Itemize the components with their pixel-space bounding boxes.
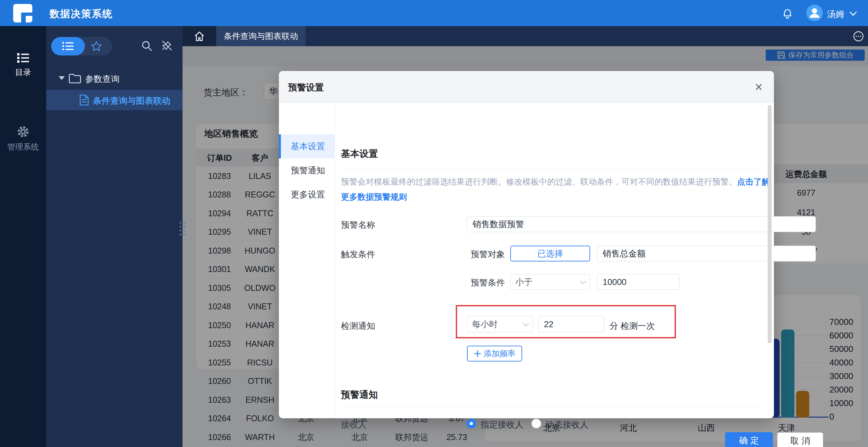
alert-description: 预警会对模板最终的过滤筛选结果进行判断。修改模板中的过滤、联动条件，可对不同的数… (341, 176, 770, 187)
alert-name-input[interactable] (467, 216, 816, 232)
notification-bell-icon[interactable] (781, 7, 794, 19)
dialog-body: 基本设置 预警会对模板最终的过滤筛选结果进行判断。修改模板中的过滤、联动条件，可… (335, 103, 774, 418)
view-toggle-list[interactable] (51, 37, 85, 56)
tab-more-icon[interactable] (853, 31, 864, 42)
add-frequency-button[interactable]: 添加频率 (467, 346, 522, 361)
folder-icon (69, 73, 81, 84)
app-title: 数据决策系统 (50, 7, 113, 21)
radio-fixed-receiver[interactable] (466, 419, 476, 428)
brand-logo-icon[interactable] (13, 4, 32, 23)
tree-item-template[interactable]: 条件查询与图表联动 (46, 90, 183, 110)
tab-bar: 条件查询与图表联动 (183, 26, 868, 46)
plus-icon (474, 350, 481, 357)
dialog-scrollbar[interactable] (768, 105, 772, 343)
dialog-title: 预警设置 (288, 82, 324, 93)
alert-settings-dialog: 预警设置 × 基本设置预警通知更多设置 基本设置 预警会对模板最终的过滤筛选结果… (279, 71, 774, 418)
unpin-icon[interactable] (161, 40, 173, 52)
chevron-down-icon (523, 320, 529, 326)
dialog-tabs: 基本设置预警通知更多设置 (279, 103, 335, 418)
frequency-minute-input[interactable] (538, 316, 604, 332)
user-name[interactable]: 汤姆 (827, 8, 844, 20)
tree-item-folder[interactable]: 参数查询 (46, 68, 183, 88)
tab-active[interactable]: 条件查询与图表联动 (216, 26, 306, 46)
radio-fixed-label[interactable]: 指定接收人 (480, 419, 523, 430)
favorites-star-icon[interactable] (91, 40, 102, 52)
close-icon[interactable]: × (751, 80, 766, 94)
learn-more-link[interactable]: 点击了解 (737, 177, 770, 186)
search-icon[interactable] (141, 40, 153, 52)
learn-more-link2[interactable]: 更多数据预警规则 (341, 192, 407, 201)
chevron-down-icon[interactable] (849, 10, 858, 17)
home-icon (194, 31, 205, 41)
dialog-tab-3[interactable]: 更多设置 (279, 183, 335, 207)
document-icon (79, 94, 89, 106)
rail-admin-label: 管理系统 (0, 142, 46, 152)
topbar: 数据决策系统 汤姆 (0, 0, 868, 26)
frequency-unit-select[interactable]: 每小时 (467, 316, 533, 332)
rail-catalog[interactable]: 目录 (0, 53, 46, 78)
radio-dynamic-receiver[interactable] (531, 419, 541, 428)
section-notify-title: 预警通知 (341, 389, 378, 401)
dialog-tab-2[interactable]: 预警通知 (279, 158, 335, 183)
tree-item-label: 参数查询 (85, 73, 120, 85)
dialog-tab-1[interactable]: 基本设置 (279, 135, 335, 158)
app-root: 数据决策系统 汤姆 (0, 0, 868, 447)
tab-home[interactable] (183, 26, 216, 46)
rail-admin[interactable]: 管理系统 (0, 125, 46, 152)
trigger-label: 触发条件 (341, 248, 375, 260)
cancel-button[interactable]: 取消 (777, 433, 823, 447)
condition-label: 预警条件 (471, 277, 505, 289)
section-basic-title: 基本设置 (341, 148, 378, 160)
alert-description-line2: 更多数据预警规则 (341, 191, 407, 202)
divider (341, 408, 760, 408)
tree-item-label: 条件查询与图表联动 (93, 95, 170, 107)
rail-catalog-label: 目录 (0, 67, 46, 78)
alert-object-label: 预警对象 (471, 248, 505, 260)
catalog-list-icon (17, 53, 30, 64)
receiver-label: 接收人 (341, 419, 367, 430)
left-rail: 目录 管理系统 (0, 26, 46, 447)
condition-op-select[interactable]: 小于 (510, 274, 590, 290)
list-icon (62, 41, 73, 51)
frequency-suffix: 分 检测一次 (610, 320, 655, 332)
check-notify-label: 检测通知 (341, 320, 375, 332)
divider (341, 168, 760, 168)
alert-object-input[interactable] (597, 246, 816, 262)
radio-dynamic-label[interactable]: 动态接收人 (546, 419, 588, 430)
dialog-header: 预警设置 × (279, 71, 774, 103)
sidebar-resize-handle[interactable] (180, 222, 187, 236)
gear-icon (17, 125, 30, 138)
alert-name-label: 预警名称 (341, 219, 375, 231)
condition-value-input[interactable] (597, 274, 680, 290)
selected-object-button[interactable]: 已选择 (510, 246, 590, 262)
view-toggle[interactable] (51, 37, 112, 56)
user-avatar[interactable] (806, 5, 823, 21)
caret-expanded-icon[interactable] (59, 76, 65, 80)
ok-button[interactable]: 确定 (725, 432, 773, 447)
chevron-down-icon (580, 278, 586, 284)
secondary-sidebar: 参数查询 条件查询与图表联动 (46, 26, 183, 447)
